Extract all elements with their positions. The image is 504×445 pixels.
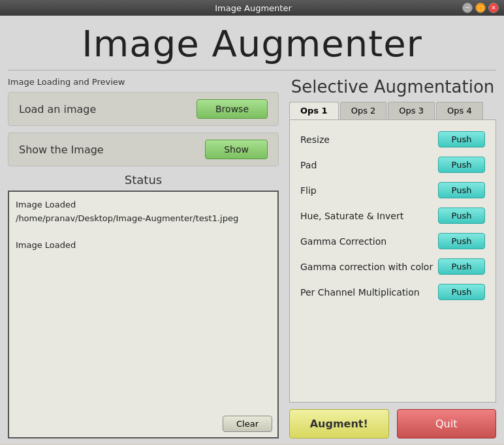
status-line1: Image Loaded (16, 200, 76, 209)
show-row: Show the Image Show (8, 132, 279, 166)
ops-panel: Resize Push Pad Push Flip Push Hue, Satu… (289, 120, 496, 403)
tab-ops2[interactable]: Ops 2 (340, 102, 387, 119)
op-row-pad: Pad Push (300, 152, 485, 177)
push-button-per-channel[interactable]: Push (438, 284, 485, 300)
main-window: Image Augmenter Image Loading and Previe… (0, 16, 504, 444)
close-button[interactable]: ✕ (488, 3, 499, 13)
op-row-hue: Hue, Saturate & Invert Push (300, 203, 485, 228)
tab-ops3[interactable]: Ops 3 (388, 102, 435, 119)
op-row-gamma-color: Gamma correction with color Push (300, 254, 485, 279)
show-label: Show the Image (19, 144, 104, 156)
content-area: Image Loading and Preview Load an image … (0, 77, 504, 444)
status-line2: /home/pranav/Desktop/Image-Augmenter/tes… (16, 213, 238, 223)
bottom-buttons: Augment! Quit (289, 409, 496, 438)
show-button[interactable]: Show (205, 140, 268, 159)
push-button-gamma-color[interactable]: Push (438, 258, 485, 275)
push-button-hue[interactable]: Push (438, 207, 485, 224)
status-line3: Image Loaded (16, 240, 76, 250)
quit-button[interactable]: Quit (397, 409, 497, 438)
op-label-flip: Flip (300, 185, 317, 196)
op-label-resize: Resize (300, 134, 330, 145)
title-bar: Image Augmenter ─ □ ✕ (0, 0, 504, 16)
section-label: Image Loading and Preview (8, 77, 279, 87)
maximize-button[interactable]: □ (475, 3, 486, 13)
aug-title: Selective Augmentation (289, 77, 496, 97)
tabs-container: Ops 1 Ops 2 Ops 3 Ops 4 (289, 102, 496, 120)
right-panel: Selective Augmentation Ops 1 Ops 2 Ops 3… (289, 77, 496, 438)
push-button-pad[interactable]: Push (438, 157, 485, 173)
push-button-flip[interactable]: Push (438, 182, 485, 198)
op-label-per-channel: Per Channel Multiplication (300, 287, 420, 298)
status-section: Status Image Loaded /home/pranav/Desktop… (8, 173, 279, 438)
app-title: Image Augmenter (0, 16, 504, 70)
augment-button[interactable]: Augment! (289, 409, 389, 438)
op-row-per-channel: Per Channel Multiplication Push (300, 279, 485, 305)
tab-ops1[interactable]: Ops 1 (289, 102, 339, 119)
op-row-gamma: Gamma Correction Push (300, 228, 485, 254)
op-label-gamma: Gamma Correction (300, 236, 386, 247)
title-divider (8, 70, 496, 70)
load-row: Load an image Browse (8, 92, 279, 126)
status-title: Status (8, 173, 279, 187)
status-box: Image Loaded /home/pranav/Desktop/Image-… (8, 191, 279, 438)
op-label-gamma-color: Gamma correction with color (300, 262, 433, 272)
status-text: Image Loaded /home/pranav/Desktop/Image-… (16, 198, 271, 253)
op-label-hue: Hue, Saturate & Invert (300, 211, 403, 221)
op-row-flip: Flip Push (300, 177, 485, 203)
clear-button[interactable]: Clear (223, 416, 272, 432)
browse-button[interactable]: Browse (197, 99, 268, 119)
push-button-resize[interactable]: Push (438, 131, 485, 147)
left-panel: Image Loading and Preview Load an image … (8, 77, 279, 438)
push-button-gamma[interactable]: Push (438, 233, 485, 249)
minimize-button[interactable]: ─ (462, 3, 473, 13)
op-label-pad: Pad (300, 160, 317, 170)
window-controls: ─ □ ✕ (462, 3, 499, 13)
op-row-resize: Resize Push (300, 127, 485, 152)
window-title: Image Augmenter (44, 3, 462, 13)
load-label: Load an image (19, 103, 96, 115)
tab-ops4[interactable]: Ops 4 (436, 102, 483, 119)
